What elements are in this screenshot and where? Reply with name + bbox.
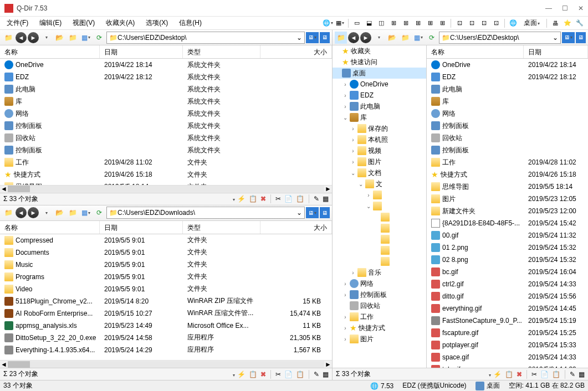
file-row[interactable]: ditto.gif2019/5/24 15:56 [427, 290, 588, 302]
file-row[interactable]: ★快捷方式2019/4/26 15:18文件夹 [0, 168, 332, 181]
up-icon[interactable]: 📂 [53, 32, 65, 44]
file-row[interactable]: EDZ2019/4/22 18:12系统文件夹 [0, 71, 332, 83]
col-type[interactable]: 类型 [183, 221, 260, 234]
tree-item[interactable] [333, 212, 426, 223]
tree-item[interactable] [333, 234, 426, 245]
tree-item[interactable]: ›EDZ [333, 90, 426, 101]
forward-button[interactable]: ► [360, 32, 371, 43]
file-row[interactable]: Music2019/5/5 9:01文件夹 [0, 259, 332, 271]
refresh-icon[interactable]: ⟳ [426, 32, 438, 44]
file-list-c[interactable]: OneDrive2019/4/22 18:14EDZ2019/4/22 18:1… [427, 59, 588, 368]
layout-icon[interactable]: ▦ [335, 18, 345, 28]
up-icon[interactable]: 📂 [53, 207, 65, 219]
file-row[interactable]: 回收站 [427, 132, 588, 144]
expand-icon[interactable]: › [350, 148, 356, 154]
tree-item[interactable]: ›保存的 [333, 123, 426, 134]
tree-item[interactable]: ⌄文档 [333, 167, 426, 178]
expand-icon[interactable]: › [342, 314, 348, 320]
col-name[interactable]: 名称 [427, 45, 524, 58]
edit-icon[interactable]: ✎ [570, 371, 575, 378]
file-row[interactable]: Compressed2019/5/5 9:01文件夹 [0, 234, 332, 246]
file-row[interactable]: 网络系统文件夹 [0, 107, 332, 120]
file-row[interactable]: ★快捷方式2019/4/26 15:18 [427, 168, 588, 181]
expand-icon[interactable]: › [350, 137, 356, 143]
file-row[interactable]: AI RoboForm Enterprise...2019/5/15 10:27… [0, 307, 332, 320]
address-input[interactable] [117, 209, 296, 217]
col-type[interactable]: 类型 [183, 45, 260, 58]
cut-icon[interactable]: ✂ [275, 195, 281, 203]
file-row[interactable]: 库 [427, 95, 588, 107]
tree-item[interactable]: ›此电脑 [333, 101, 426, 112]
expand-icon[interactable]: › [342, 325, 348, 331]
file-row[interactable]: 新建文件夹2019/5/23 12:00 [427, 205, 588, 217]
expand-icon[interactable]: ⌄ [350, 170, 356, 176]
edit-icon[interactable]: ✎ [314, 195, 319, 203]
file-row[interactable]: Documents2019/5/5 9:01文件夹 [0, 246, 332, 259]
tree-item[interactable] [333, 223, 426, 234]
delete-icon[interactable]: ✖ [260, 371, 266, 378]
expand-icon[interactable]: › [350, 126, 356, 132]
copy-icon[interactable]: 📄 [284, 371, 293, 378]
cut-icon[interactable]: ✂ [531, 371, 537, 378]
refresh-icon[interactable]: ⟳ [93, 207, 105, 219]
tree-item[interactable]: ★快速访问 [333, 56, 426, 68]
view-mode-icon[interactable]: ▦ [80, 32, 92, 44]
file-row[interactable]: EDZ2019/4/22 18:12 [427, 71, 588, 83]
file-row[interactable]: OneDrive2019/4/22 18:14系统文件夹 [0, 59, 332, 71]
menu-edit[interactable]: 编辑(E) [36, 17, 65, 29]
back-button[interactable]: ◄ [16, 207, 27, 218]
inet-icon[interactable]: 🌐 [508, 18, 518, 28]
tree-item[interactable] [333, 245, 426, 256]
new-folder-icon[interactable]: 📁 [67, 32, 79, 44]
doc-icon[interactable]: 📋 [249, 195, 257, 203]
file-row[interactable]: appmsg_analysis.xls2019/5/23 14:49Micros… [0, 320, 332, 332]
address-input[interactable] [450, 34, 553, 42]
file-row[interactable]: 工作2019/4/28 11:02文件夹 [0, 156, 332, 168]
flash-icon[interactable]: ⚡ [237, 195, 246, 203]
col-name[interactable]: 名称 [0, 45, 100, 58]
file-row[interactable]: 思维导图2019/5/5 18:14 [427, 181, 588, 193]
view-d-icon[interactable]: ⊡ [491, 18, 501, 28]
tree-toggle-icon[interactable]: 📁 [2, 32, 14, 44]
layout-2v-icon[interactable]: ◫ [376, 18, 386, 28]
file-row[interactable]: 控制面板 [427, 144, 588, 156]
new-folder-icon[interactable]: 📁 [67, 207, 79, 219]
expand-icon[interactable]: › [342, 281, 348, 287]
star-icon[interactable]: ⭐ [563, 18, 572, 28]
dropdown-icon[interactable]: ⌄ [296, 209, 302, 217]
file-row[interactable]: 00.gif2019/5/24 11:32 [427, 229, 588, 241]
file-row[interactable]: 工作2019/4/28 11:02 [427, 156, 588, 168]
expand-icon[interactable]: ⌄ [366, 203, 371, 209]
edit-icon[interactable]: ✎ [314, 371, 319, 378]
view-full-button[interactable]: 🖥 [320, 32, 330, 43]
tree-item[interactable]: ›控制面板 [333, 289, 426, 300]
flash-icon[interactable]: ⚡ [493, 371, 502, 378]
file-list-a[interactable]: OneDrive2019/4/22 18:14系统文件夹EDZ2019/4/22… [0, 59, 332, 185]
address-bar[interactable]: 📁 ⌄ [106, 32, 305, 44]
view-full-button[interactable]: 🖥 [576, 32, 586, 43]
history-dropdown[interactable] [40, 207, 52, 219]
globe-icon[interactable]: 🌐 [323, 18, 333, 28]
menu-file[interactable]: 文件(F) [3, 17, 32, 29]
print-icon[interactable]: 🖶 [550, 18, 560, 28]
view-mode-icon[interactable]: ▦ [412, 32, 425, 44]
expand-icon[interactable]: › [342, 104, 348, 110]
up-icon[interactable]: 📂 [386, 32, 398, 44]
file-row[interactable]: ctrl2.gif2019/5/24 14:33 [427, 278, 588, 290]
col-name[interactable]: 名称 [0, 221, 100, 234]
tree-item[interactable]: ›★快捷方式 [333, 322, 426, 333]
paste-icon[interactable]: 📋 [296, 371, 304, 378]
address-bar[interactable]: 📁 ⌄ [439, 32, 561, 44]
tree-item[interactable]: ⌄ [333, 200, 426, 212]
address-bar[interactable]: 📁 ⌄ [106, 207, 305, 219]
file-row[interactable]: 此电脑系统文件夹 [0, 83, 332, 95]
layout-2h-icon[interactable]: ⬓ [364, 18, 374, 28]
view-switch-button[interactable]: 🖥 [562, 32, 575, 43]
tree-toggle-icon[interactable]: 📁 [2, 207, 14, 219]
tree-item[interactable]: ›音乐 [333, 267, 426, 278]
tree-item[interactable]: ›本机照 [333, 134, 426, 145]
expand-icon[interactable]: › [366, 192, 371, 198]
file-row[interactable]: 02 8.png2019/5/24 15:32 [427, 254, 588, 266]
tree-item[interactable]: ›工作 [333, 311, 426, 322]
tree-item[interactable]: 回收站 [333, 300, 426, 311]
